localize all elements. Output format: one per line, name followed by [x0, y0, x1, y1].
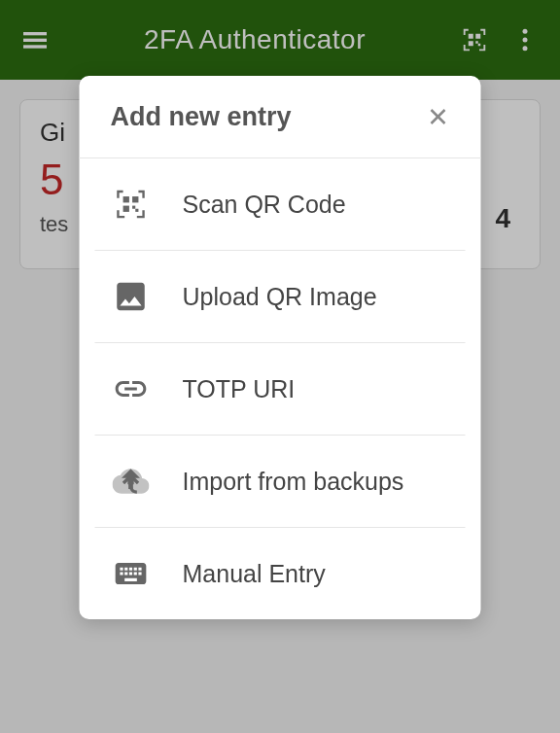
add-entry-modal: Add new entry Scan QR Code [80, 76, 481, 619]
import-backups-option[interactable]: Import from backups [95, 436, 466, 528]
link-icon [111, 368, 152, 409]
close-icon[interactable] [423, 101, 454, 132]
upload-image-option[interactable]: Upload QR Image [95, 251, 466, 343]
option-label: Upload QR Image [183, 283, 377, 311]
option-label: Manual Entry [183, 560, 326, 588]
qr-scan-icon [111, 184, 152, 225]
option-label: Import from backups [183, 468, 404, 496]
keyboard-icon [111, 553, 152, 594]
option-label: TOTP URI [183, 375, 296, 403]
option-label: Scan QR Code [183, 191, 346, 219]
manual-entry-option[interactable]: Manual Entry [95, 528, 466, 619]
modal-list: Scan QR Code Upload QR Image TOTP URI [80, 158, 481, 619]
modal-title: Add new entry [111, 102, 292, 132]
image-icon [111, 276, 152, 317]
import-icon [111, 461, 152, 502]
svg-rect-14 [132, 196, 138, 202]
svg-rect-15 [123, 206, 129, 212]
modal-header: Add new entry [80, 76, 481, 158]
svg-rect-13 [123, 196, 129, 202]
svg-rect-17 [135, 209, 138, 212]
scan-qr-option[interactable]: Scan QR Code [95, 158, 466, 251]
svg-rect-16 [132, 206, 135, 209]
totp-uri-option[interactable]: TOTP URI [95, 343, 466, 436]
